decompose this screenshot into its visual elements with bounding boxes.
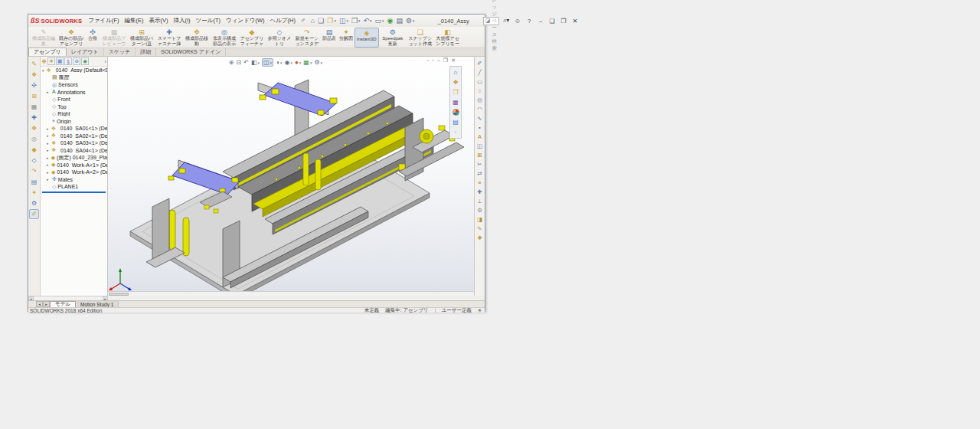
ribbon-button-component-preview-window[interactable]: ▦ 構成部品プレビューウィンドウ xyxy=(100,28,128,47)
sketch-tool-button-text[interactable]: A xyxy=(475,132,485,141)
tree-row[interactable]: ▸ ◇ PLANE1 xyxy=(41,183,107,191)
left-tool-button-speedpak[interactable]: ⚙ xyxy=(29,198,39,208)
expand-arrow-icon[interactable]: ▸ xyxy=(47,156,50,160)
task-pane-tab-file-explorer-tab[interactable]: ❐ xyxy=(451,88,460,97)
expand-arrow-icon[interactable]: ▸ xyxy=(47,90,51,94)
sketch-tool-button-spline[interactable]: ∿ xyxy=(475,113,485,123)
hud-button-section-view[interactable]: ◧ ▾ xyxy=(251,59,260,66)
ribbon-button-show-hidden-components[interactable]: ◎ 非表示構成部品の表示 xyxy=(211,28,238,47)
expand-arrow-icon[interactable]: ▸ xyxy=(47,148,50,152)
menu-item[interactable]: 編集(E) xyxy=(124,17,143,25)
ribbon-button-smart-fasteners[interactable]: ✚ スマートファスナー挿入 xyxy=(155,28,183,47)
ribbon-button-speedpak-update[interactable]: ⚙ Speedpak更新 xyxy=(379,28,407,47)
left-tool-button-smart-fasteners[interactable]: ✚ xyxy=(29,113,39,123)
menu-item[interactable]: ファイル(F) xyxy=(88,17,119,25)
sketch-tool-button-rectangle[interactable]: ▭ xyxy=(475,77,485,86)
tree-row[interactable]: ▸ ◇ Front xyxy=(41,96,107,103)
sketch-tool-button-display-relations[interactable]: ⊥ xyxy=(475,196,485,205)
ribbon-button-instant3d[interactable]: ◈ Instant3D xyxy=(354,28,379,47)
ribbon-button-edit-component[interactable]: ✎ 構成部品編集 xyxy=(30,28,57,47)
ribbon-button-take-snapshot[interactable]: ❑ スナップショット作成 xyxy=(407,28,434,47)
task-pane-tab-view-palette-tab[interactable]: ▦ xyxy=(451,98,460,106)
ribbon-button-new-motion-study[interactable]: ↷ 新規モーションスタディ xyxy=(293,28,321,47)
ribbon-button-exploded-view[interactable]: ✦ 分解図 xyxy=(338,28,354,47)
ribbon-button-mate[interactable]: ✣ 合致 xyxy=(85,28,100,47)
menu-item[interactable]: ツール(T) xyxy=(196,17,220,25)
dimxpert-tab[interactable]: ⊖ xyxy=(73,57,80,65)
rollback-bar[interactable] xyxy=(42,192,106,193)
hud-button-hide-show-items[interactable]: ◉ ▾ xyxy=(284,59,292,66)
quick-tool-button-undo[interactable]: ↶ ▾ xyxy=(364,18,372,25)
left-tool-button-insert-components[interactable]: ❖ xyxy=(29,70,39,80)
hud-button-view-settings[interactable]: ⚙ ▾ xyxy=(314,59,322,66)
quick-tool-button-open-document[interactable]: ❐ ▾ xyxy=(327,18,336,25)
search-icon[interactable]: ⌕▾ xyxy=(502,17,510,25)
ribbon-button-assembly-features[interactable]: ◆ アセンブリフィーチャー xyxy=(238,28,266,47)
sketch-tool-button-circle[interactable]: ○ xyxy=(475,86,485,95)
tab-scroll-left[interactable]: ◂ xyxy=(36,301,43,307)
left-tool-button-show-hidden[interactable]: ◎ xyxy=(29,134,39,144)
unit-system[interactable]: ユーザー定義 xyxy=(442,307,472,314)
doc-window-button-restore-doc-button[interactable]: ❐ xyxy=(443,57,448,64)
hud-button-zoom-area[interactable]: ⊡ xyxy=(237,59,242,66)
close-button[interactable]: ✕ xyxy=(571,18,579,25)
expand-panel-arrow[interactable]: › xyxy=(104,59,106,64)
feature-manager-tab[interactable]: ❖ xyxy=(47,57,55,65)
expand-arrow-icon[interactable]: ▸ xyxy=(47,126,50,131)
tree-row[interactable]: ▸ ⌖ Origin xyxy=(41,118,107,126)
quick-tool-button-file-properties[interactable]: ▤ xyxy=(396,18,403,25)
doc-window-button-split-window-icon[interactable]: ▫ xyxy=(432,57,433,64)
sketch-tool-button-move-entities[interactable]: ✚ xyxy=(475,187,485,196)
sketch-tool-button-repair-sketch[interactable]: ⚙ xyxy=(475,205,485,215)
ribbon-button-move-component[interactable]: ✥ 構成部品移動 xyxy=(183,28,211,47)
restore-button[interactable]: ❐ xyxy=(560,18,567,25)
user-login-icon[interactable]: ☺ xyxy=(514,18,521,25)
tree-row[interactable]: ▸ ◇ Top xyxy=(41,103,107,111)
hud-button-previous-view[interactable]: ↶ xyxy=(243,59,249,66)
quick-tool-button-home[interactable]: ⌂ xyxy=(311,18,315,25)
hud-button-apply-scene[interactable]: ▦ ▾ xyxy=(303,59,312,66)
bottom-tab[interactable]: モデル xyxy=(50,301,76,307)
ribbon-button-insert-components[interactable]: ❖ 既存の部品/アセンブリ xyxy=(57,28,85,47)
hud-button-display-style[interactable]: ◑ ▾ xyxy=(276,59,282,66)
property-manager-tab[interactable]: ▦ xyxy=(56,57,64,65)
tree-row[interactable]: ▸ ❖ _0140_SA04<1> (Default) xyxy=(41,147,107,155)
quick-tool-button-options[interactable]: ⚙ ▾ xyxy=(406,18,415,25)
expand-arrow-icon[interactable]: ▸ xyxy=(47,162,50,167)
expand-arrow-icon[interactable]: ▸ xyxy=(47,177,51,182)
configuration-manager-tab[interactable]: § xyxy=(64,57,72,65)
sketch-tool-button-pattern-entities[interactable]: ⊞ xyxy=(475,150,485,159)
sketch-tool-button-arc[interactable]: ◠ xyxy=(475,104,485,113)
quick-tool-button-rebuild[interactable]: ◉ xyxy=(387,18,394,25)
task-pane-tab-more-tab[interactable]: ◦ xyxy=(451,128,460,136)
menu-item[interactable]: ヘルプ(H) xyxy=(270,17,295,25)
doc-window-button-close-doc-button[interactable]: ✕ xyxy=(451,57,456,64)
task-pane-tab-design-library-tab[interactable]: ❖ xyxy=(451,78,460,87)
command-tab[interactable]: アセンブリ xyxy=(28,47,67,56)
doc-window-button-new-window-icon[interactable]: ▫ xyxy=(427,57,429,64)
command-tab[interactable]: レイアウト xyxy=(67,47,104,56)
left-tool-button-new-motion-study[interactable]: ↷ xyxy=(29,166,39,176)
sketch-tool-button-point[interactable]: ▪ xyxy=(475,123,485,132)
graphics-h-scrollbar[interactable] xyxy=(108,291,474,296)
hud-button-edit-appearance[interactable]: ● ▾ xyxy=(295,59,301,66)
ribbon-button-large-assembly-mode[interactable]: ◧ 大規模アセンブリモード xyxy=(434,28,462,47)
tree-row[interactable]: ▸ ◇ Right xyxy=(41,110,107,118)
sketch-tool-button-convert-entities[interactable]: ⇄ xyxy=(475,169,485,178)
left-tool-button-move-component[interactable]: ✥ xyxy=(29,123,39,133)
doc-window-button-minimize-doc-button[interactable]: – xyxy=(437,57,440,64)
tree-row[interactable]: ▸ A Annotations xyxy=(41,89,107,97)
expand-arrow-icon[interactable]: ▸ xyxy=(47,170,50,175)
pin-menu-icon[interactable]: ✐ xyxy=(301,18,305,24)
fullscreen-button[interactable]: ❏ xyxy=(548,18,556,25)
quick-tool-button-print[interactable]: ❒ ▾ xyxy=(351,18,361,25)
quick-tool-button-select[interactable]: ▭ ▾ xyxy=(375,18,384,25)
task-pane-tab-home-tab[interactable]: ⌂ xyxy=(451,68,460,77)
left-tool-button-assembly-features[interactable]: ◆ xyxy=(29,145,39,155)
left-tool-button-component-preview[interactable]: ▦ xyxy=(29,102,39,112)
minimize-button[interactable]: – xyxy=(537,18,544,25)
tree-row[interactable]: ▸ ◆ 0140_Work-A<2> (Default) xyxy=(41,169,107,176)
menu-item[interactable]: 表示(V) xyxy=(149,17,168,25)
ribbon-button-reference-geometry[interactable]: ◇ 参照ジオメトリ xyxy=(266,28,293,47)
sketch-tool-button-ellipse[interactable]: ◎ xyxy=(475,95,485,104)
